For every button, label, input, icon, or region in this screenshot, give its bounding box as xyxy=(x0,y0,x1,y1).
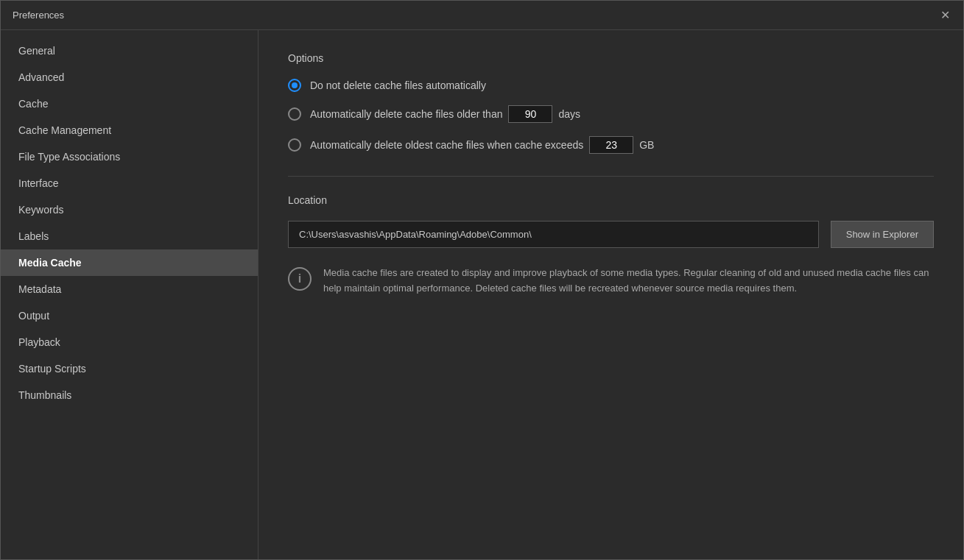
radio-no-delete[interactable] xyxy=(288,79,301,92)
sidebar-item-keywords[interactable]: Keywords xyxy=(1,196,258,223)
options-section: Options Do not delete cache files automa… xyxy=(288,52,934,154)
sidebar-item-labels[interactable]: Labels xyxy=(1,223,258,249)
days-input[interactable] xyxy=(508,105,552,123)
info-icon: i xyxy=(288,267,312,291)
radio-no-delete-label: Do not delete cache files automatically xyxy=(310,79,486,91)
sidebar-item-metadata[interactable]: Metadata xyxy=(1,276,258,302)
radio-auto-size[interactable] xyxy=(288,138,301,152)
show-explorer-button[interactable]: Show in Explorer xyxy=(831,221,934,248)
days-unit: days xyxy=(558,108,580,120)
radio-auto-days[interactable] xyxy=(288,107,301,121)
sidebar-item-interface[interactable]: Interface xyxy=(1,170,258,196)
options-group: Do not delete cache files automatically … xyxy=(288,79,934,154)
info-box: i Media cache files are created to displ… xyxy=(288,266,934,297)
info-text: Media cache files are created to display… xyxy=(323,266,934,297)
radio-auto-size-prefix: Automatically delete oldest cache files … xyxy=(310,139,583,151)
sidebar-item-thumbnails[interactable]: Thumbnails xyxy=(1,382,258,408)
radio-option-auto-days[interactable]: Automatically delete cache files older t… xyxy=(288,105,934,123)
sidebar-item-advanced[interactable]: Advanced xyxy=(1,64,258,91)
sidebar: General Advanced Cache Cache Management … xyxy=(1,30,258,559)
sidebar-item-file-type-associations[interactable]: File Type Associations xyxy=(1,143,258,170)
main-content: General Advanced Cache Cache Management … xyxy=(1,30,963,559)
radio-option-auto-size[interactable]: Automatically delete oldest cache files … xyxy=(288,136,934,154)
radio-option-no-delete[interactable]: Do not delete cache files automatically xyxy=(288,79,934,92)
size-input[interactable] xyxy=(589,136,633,154)
title-bar: Preferences ✕ xyxy=(1,1,963,30)
sidebar-item-general[interactable]: General xyxy=(1,38,258,64)
sidebar-item-cache[interactable]: Cache xyxy=(1,91,258,117)
sidebar-item-startup-scripts[interactable]: Startup Scripts xyxy=(1,355,258,382)
location-section: Location C:\Users\asvashis\AppData\Roami… xyxy=(288,194,934,248)
preferences-window: Preferences ✕ General Advanced Cache Cac… xyxy=(0,0,964,560)
window-title: Preferences xyxy=(13,10,64,21)
sidebar-item-media-cache[interactable]: Media Cache xyxy=(1,249,258,276)
radio-auto-size-label: Automatically delete oldest cache files … xyxy=(310,136,654,154)
location-path-row: C:\Users\asvashis\AppData\Roaming\Adobe\… xyxy=(288,221,934,248)
section-divider xyxy=(288,176,934,177)
radio-auto-days-label: Automatically delete cache files older t… xyxy=(310,105,580,123)
location-path: C:\Users\asvashis\AppData\Roaming\Adobe\… xyxy=(288,221,819,248)
sidebar-item-output[interactable]: Output xyxy=(1,302,258,329)
options-title: Options xyxy=(288,52,934,64)
close-button[interactable]: ✕ xyxy=(938,9,951,22)
location-title: Location xyxy=(288,194,934,206)
content-area: Options Do not delete cache files automa… xyxy=(258,30,963,559)
sidebar-item-playback[interactable]: Playback xyxy=(1,329,258,355)
sidebar-item-cache-management[interactable]: Cache Management xyxy=(1,117,258,143)
size-unit: GB xyxy=(639,139,654,151)
radio-auto-days-prefix: Automatically delete cache files older t… xyxy=(310,108,502,120)
